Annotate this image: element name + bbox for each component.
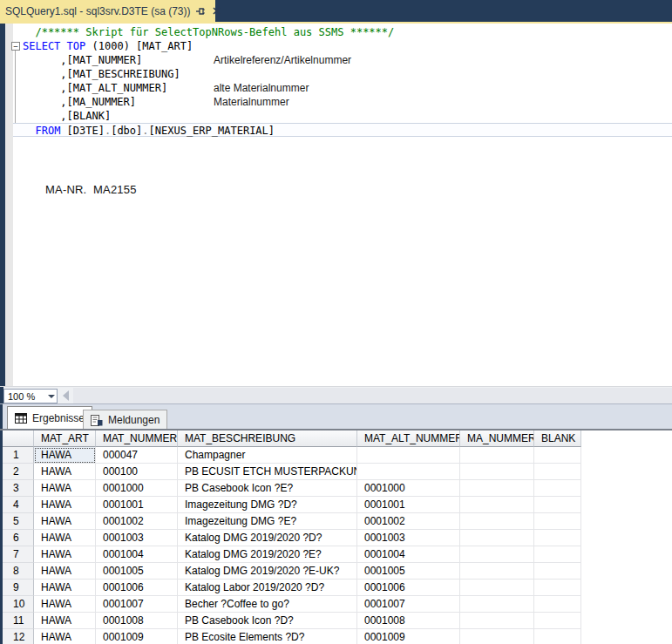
grid-cell[interactable]: PB Ecosite Elements ?D? — [178, 629, 357, 644]
grid-cell[interactable]: HAWA — [34, 580, 96, 596]
row-number[interactable]: 5 — [3, 513, 34, 530]
grid-cell[interactable]: Becher ?Coffee to go? — [178, 596, 357, 613]
row-number[interactable]: 7 — [3, 546, 34, 563]
grid-cell[interactable]: Katalog DMG 2019/2020 ?E? — [178, 546, 357, 563]
grid-cell[interactable] — [460, 613, 534, 629]
grid-cell[interactable]: 0001004 — [357, 546, 460, 563]
grid-cell[interactable]: 0001009 — [357, 629, 460, 644]
grid-cell[interactable]: PB Casebook Icon ?E? — [178, 480, 357, 497]
sql-editor[interactable]: − /****** Skript für SelectTopNRows-Befe… — [0, 24, 672, 386]
document-tab[interactable]: SQLQuery1.sql - sql3srv.D3TE (sa (73)) — [0, 0, 215, 22]
pin-icon[interactable] — [193, 4, 207, 18]
grid-cell[interactable]: HAWA — [34, 629, 96, 644]
tab-meldungen[interactable]: Meldungen — [83, 410, 167, 430]
horizontal-scrollbar[interactable] — [73, 388, 672, 403]
grid-cell[interactable]: Imagezeitung DMG ?E? — [178, 513, 357, 530]
grid-cell[interactable] — [534, 629, 581, 644]
row-number[interactable]: 10 — [3, 596, 34, 613]
grid-cell[interactable] — [460, 546, 534, 563]
grid-cell[interactable] — [534, 464, 581, 480]
row-number[interactable]: 12 — [3, 629, 34, 644]
grid-cell[interactable]: 000100 — [96, 464, 178, 480]
row-number[interactable]: 6 — [3, 530, 34, 546]
grid-cell[interactable]: 0001002 — [96, 513, 178, 530]
close-icon[interactable] — [210, 4, 224, 18]
grid-cell[interactable]: 0001007 — [96, 596, 178, 613]
grid-cell[interactable]: Katalog Labor 2019/2020 ?D? — [178, 580, 357, 596]
grid-cell[interactable] — [460, 563, 534, 580]
column-header-MAT_BESCHREIBUNG[interactable]: MAT_BESCHREIBUNG — [178, 430, 357, 447]
grid-cell[interactable]: 0001008 — [357, 613, 460, 629]
grid-cell[interactable]: 0001001 — [357, 497, 460, 513]
grid-cell[interactable] — [460, 447, 534, 464]
grid-cell[interactable]: 0001009 — [96, 629, 178, 644]
grid-cell[interactable] — [534, 546, 581, 563]
scroll-left-icon[interactable] — [63, 390, 69, 401]
grid-cell[interactable]: PB ECUSIT ETCH MUSTERPACKUNG — [178, 464, 357, 480]
grid-cell[interactable] — [460, 530, 534, 546]
column-header-BLANK[interactable]: BLANK — [534, 430, 581, 447]
grid-cell[interactable]: 0001005 — [96, 563, 178, 580]
grid-cell[interactable]: HAWA — [34, 464, 96, 480]
grid-cell[interactable]: Katalog DMG 2019/2020 ?E-UK? — [178, 563, 357, 580]
grid-cell[interactable]: HAWA — [34, 530, 96, 546]
grid-cell[interactable] — [534, 447, 581, 464]
grid-cell[interactable] — [460, 480, 534, 497]
grid-cell[interactable]: 0001003 — [96, 530, 178, 546]
zoom-dropdown[interactable]: 100 % — [3, 389, 58, 403]
grid-cell[interactable]: 0001007 — [357, 596, 460, 613]
grid-cell[interactable]: Katalog DMG 2019/2020 ?D? — [178, 530, 357, 546]
grid-cell[interactable] — [534, 563, 581, 580]
grid-cell[interactable]: 0001000 — [357, 480, 460, 497]
grid-cell[interactable] — [460, 596, 534, 613]
grid-cell[interactable]: 0001002 — [357, 513, 460, 530]
grid-cell[interactable] — [460, 497, 534, 513]
column-header-MAT_ART[interactable]: MAT_ART — [34, 430, 96, 447]
row-number[interactable]: 8 — [3, 563, 34, 580]
row-number[interactable]: 1 — [3, 447, 34, 464]
grid-cell[interactable] — [460, 464, 534, 480]
grid-cell[interactable]: 0001003 — [357, 530, 460, 546]
grid-cell[interactable] — [357, 447, 460, 464]
grid-cell[interactable] — [534, 596, 581, 613]
grid-cell[interactable]: HAWA — [34, 563, 96, 580]
row-number[interactable]: 4 — [3, 497, 34, 513]
grid-cell[interactable] — [460, 629, 534, 644]
grid-cell[interactable]: 0001001 — [96, 497, 178, 513]
grid-cell[interactable]: HAWA — [34, 546, 96, 563]
grid-cell[interactable] — [534, 497, 581, 513]
grid-cell[interactable]: HAWA — [34, 480, 96, 497]
grid-corner-cell[interactable] — [3, 430, 34, 447]
grid-cell[interactable]: 0001005 — [357, 563, 460, 580]
grid-cell[interactable]: Imagezeitung DMG ?D? — [178, 497, 357, 513]
column-header-MAT_NUMMER[interactable]: MAT_NUMMER — [96, 430, 178, 447]
grid-cell[interactable]: HAWA — [34, 447, 96, 464]
row-number[interactable]: 3 — [3, 480, 34, 497]
grid-cell[interactable]: 000047 — [96, 447, 178, 464]
grid-cell[interactable] — [534, 613, 581, 629]
grid-cell[interactable] — [460, 513, 534, 530]
chevron-down-icon[interactable] — [45, 390, 57, 403]
grid-cell[interactable]: HAWA — [34, 613, 96, 629]
grid-cell[interactable]: 0001000 — [96, 480, 178, 497]
grid-cell[interactable] — [534, 580, 581, 596]
column-header-MAT_ALT_NUMMER[interactable]: MAT_ALT_NUMMER — [357, 430, 460, 447]
row-number[interactable]: 9 — [3, 580, 34, 596]
column-header-MA_NUMMER[interactable]: MA_NUMMER — [460, 430, 534, 447]
grid-cell[interactable] — [534, 530, 581, 546]
grid-cell[interactable]: HAWA — [34, 513, 96, 530]
grid-cell[interactable]: PB Casebook Icon ?D? — [178, 613, 357, 629]
grid-cell[interactable]: 0001008 — [96, 613, 178, 629]
tab-ergebnisse[interactable]: Ergebnisse — [7, 406, 92, 430]
grid-cell[interactable]: HAWA — [34, 596, 96, 613]
grid-cell[interactable] — [534, 480, 581, 497]
row-number[interactable]: 11 — [3, 613, 34, 629]
grid-cell[interactable] — [460, 580, 534, 596]
row-number[interactable]: 2 — [3, 464, 34, 480]
grid-cell[interactable]: 0001006 — [357, 580, 460, 596]
grid-cell[interactable] — [534, 513, 581, 530]
grid-cell[interactable] — [357, 464, 460, 480]
grid-cell[interactable]: Champagner — [178, 447, 357, 464]
grid-cell[interactable]: 0001006 — [96, 580, 178, 596]
grid-cell[interactable]: HAWA — [34, 497, 96, 513]
